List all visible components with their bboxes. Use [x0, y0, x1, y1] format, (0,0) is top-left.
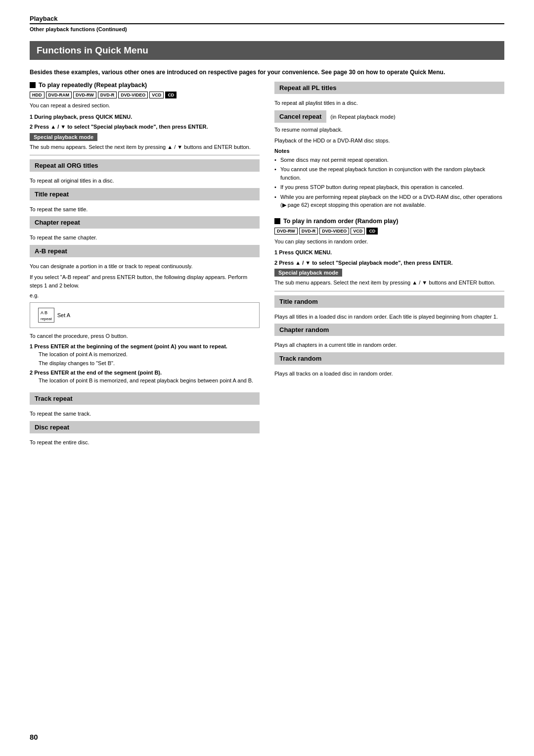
black-square-icon-2: [274, 218, 280, 224]
repeat-org-titles-label: Repeat all ORG titles: [30, 159, 260, 172]
ab-step2a: The location of point B is memorized, an…: [30, 377, 260, 385]
ab-icon: A Brepeat: [38, 308, 54, 323]
top-header: Playback: [30, 15, 504, 24]
title-random-desc: Plays all titles in a loaded disc in ran…: [274, 313, 504, 321]
badge-vcd-r: VCD: [351, 228, 365, 235]
section-title: Functions in Quick Menu: [30, 41, 504, 60]
notes-section: Notes Some discs may not permit repeat o…: [274, 148, 504, 209]
ab-example-box: A Brepeat Set A: [30, 302, 260, 328]
track-repeat-desc: To repeat the same track.: [30, 410, 260, 418]
badge-hdd: HDD: [30, 92, 44, 98]
random-body1: You can play sections in random order.: [274, 237, 504, 246]
ab-step1a: The location of point A is memorized.: [30, 350, 260, 359]
cancel-repeat-label: Cancel repeat: [274, 110, 326, 123]
chapter-repeat-desc: To repeat the same chapter.: [30, 234, 260, 242]
special-playback-random-label: Special playback mode: [274, 269, 342, 277]
badge-dvd-r: DVD-R: [98, 92, 117, 98]
cancel-repeat-desc2: Playback of the HDD or a DVD-RAM disc st…: [274, 137, 504, 145]
ab-step1b: The display changes to "Set B".: [30, 359, 260, 368]
ab-repeat-desc1: You can designate a portion in a title o…: [30, 262, 260, 271]
ab-repeat-desc2: If you select "A-B repeat" and press ENT…: [30, 273, 260, 289]
page-number: 80: [30, 733, 38, 741]
playback-title: Playback: [30, 15, 57, 22]
black-square-icon: [30, 82, 36, 88]
disc-repeat-label: Disc repeat: [30, 421, 260, 433]
page: Playback Other playback functions (Conti…: [0, 0, 534, 756]
set-a-text: Set A: [57, 312, 70, 318]
format-badges: HDD DVD-RAM DVD-RW DVD-R DVD-VIDEO VCD C…: [30, 92, 260, 98]
badge-dvd-r-r: DVD-R: [299, 228, 318, 235]
badge-cd: CD: [165, 92, 177, 98]
repeat-pl-label: Repeat all PL titles: [274, 82, 504, 94]
ab-step2: 2 Press ENTER at the end of the segment …: [30, 370, 260, 376]
badge-dvd-ram: DVD-RAM: [46, 92, 72, 98]
disc-repeat-desc: To repeat the entire disc.: [30, 438, 260, 447]
ab-step1: 1 Press ENTER at the beginning of the se…: [30, 343, 260, 349]
ab-repeat-label: A-B repeat: [30, 245, 260, 257]
content-columns: To play repeatedly (Repeat playback) HDD…: [30, 82, 504, 449]
badge-dvd-video-r: DVD-VIDEO: [319, 228, 349, 235]
repeat-step2: 2 Press ▲ / ▼ to select "Special playbac…: [30, 123, 260, 131]
title-random-label: Title random: [274, 295, 504, 308]
special-playback-label: Special playback mode: [30, 133, 97, 141]
random-step2: 2 Press ▲ / ▼ to select "Special playbac…: [274, 259, 504, 267]
eg-label: e.g.: [30, 292, 260, 298]
intro-text: Besides these examples, various other on…: [30, 68, 504, 77]
badge-vcd: VCD: [149, 92, 164, 98]
random-format-badges: DVD-RW DVD-R DVD-VIDEO VCD CD: [274, 228, 504, 235]
title-repeat-desc: To repeat the same title.: [30, 205, 260, 214]
badge-dvd-rw-r: DVD-RW: [274, 228, 298, 235]
badge-dvd-video: DVD-VIDEO: [118, 92, 148, 98]
track-random-desc: Plays all tracks on a loaded disc in ran…: [274, 370, 504, 378]
right-column: Repeat all PL titles To repeat all playl…: [274, 82, 504, 449]
ab-inner: A Brepeat Set A: [38, 308, 251, 323]
random-section-heading: To play in random order (Random play): [274, 218, 504, 225]
badge-dvd-rw: DVD-RW: [73, 92, 96, 98]
badge-cd-r: CD: [366, 228, 378, 235]
cancel-procedure: To cancel the procedure, press O button.: [30, 332, 260, 340]
chapter-repeat-label: Chapter repeat: [30, 216, 260, 229]
repeat-section-heading: To play repeatedly (Repeat playback): [30, 82, 260, 89]
special-playback-random-desc: The sub menu appears. Select the next it…: [274, 279, 504, 287]
sub-header: Other playback functions (Continued): [30, 26, 504, 32]
cancel-repeat-inline: (in Repeat playback mode): [330, 113, 395, 121]
track-repeat-label: Track repeat: [30, 392, 260, 405]
track-random-label: Track random: [274, 352, 504, 365]
notes-title: Notes: [274, 148, 504, 154]
left-column: To play repeatedly (Repeat playback) HDD…: [30, 82, 260, 449]
note-item: Some discs may not permit repeat operati…: [274, 156, 504, 164]
note-item: While you are performing repeat playback…: [274, 193, 504, 209]
repeat-body1: You can repeat a desired section.: [30, 101, 260, 110]
repeat-pl-desc: To repeat all playlist titles in a disc.: [274, 99, 504, 107]
cancel-repeat-desc1: To resume normal playback.: [274, 126, 504, 134]
chapter-random-label: Chapter random: [274, 324, 504, 336]
title-repeat-label: Title repeat: [30, 188, 260, 200]
repeat-org-desc: To repeat all original titles in a disc.: [30, 177, 260, 185]
note-item: If you press STOP button during repeat p…: [274, 183, 504, 191]
chapter-random-desc: Plays all chapters in a current title in…: [274, 341, 504, 349]
random-step1: 1 Press QUICK MENU.: [274, 248, 504, 257]
cancel-repeat-row: Cancel repeat (in Repeat playback mode): [274, 110, 504, 123]
repeat-step1: 1 During playback, press QUICK MENU.: [30, 113, 260, 121]
notes-list: Some discs may not permit repeat operati…: [274, 156, 504, 209]
note-item: You cannot use the repeat playback funct…: [274, 165, 504, 182]
special-playback-desc: The sub menu appears. Select the next it…: [30, 143, 260, 151]
